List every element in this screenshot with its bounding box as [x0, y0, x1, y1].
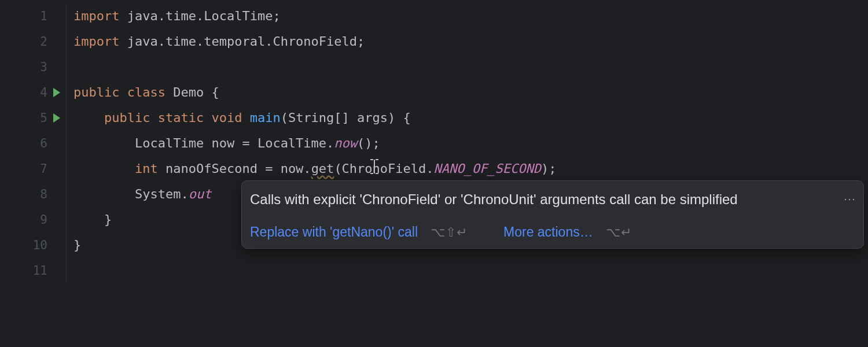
gutter-row: 3	[0, 54, 66, 80]
line-number: 4	[24, 80, 47, 105]
popup-header: Calls with explicit 'ChronoField' or 'Ch…	[250, 190, 852, 208]
gutter-row: 4	[0, 80, 66, 105]
more-options-icon[interactable]: ⋮	[848, 194, 852, 205]
gutter-row: 10	[0, 232, 66, 258]
line-number: 8	[24, 182, 47, 207]
quickfix-action[interactable]: Replace with 'getNano()' call	[250, 224, 418, 240]
code-line[interactable]: public static void main(String[] args) {	[73, 105, 868, 131]
shortcut-hint: ⌥⇧↵	[431, 225, 468, 240]
code-line[interactable]: import java.time.temporal.ChronoField;	[73, 29, 868, 54]
shortcut-hint: ⌥↵	[606, 225, 632, 240]
gutter: 1 2 3 4 5 6 7 8 9 10 11	[0, 3, 67, 283]
inspection-message: Calls with explicit 'ChronoField' or 'Ch…	[250, 190, 738, 208]
gutter-row: 1	[0, 3, 66, 29]
code-line[interactable]: import java.time.LocalTime;	[73, 3, 868, 29]
more-actions-link[interactable]: More actions…	[503, 224, 593, 240]
gutter-row: 9	[0, 207, 66, 232]
code-line[interactable]	[73, 258, 868, 283]
run-icon[interactable]	[53, 88, 60, 97]
line-number: 7	[24, 156, 47, 182]
line-number: 1	[24, 3, 47, 29]
gutter-row: 2	[0, 29, 66, 54]
gutter-row: 7	[0, 156, 66, 182]
line-number: 2	[24, 29, 47, 54]
gutter-row: 5	[0, 105, 66, 131]
run-icon[interactable]	[53, 113, 60, 123]
line-number: 5	[24, 105, 47, 131]
gutter-row: 8	[0, 182, 66, 207]
line-number: 11	[24, 258, 47, 283]
popup-actions: Replace with 'getNano()' call ⌥⇧↵ More a…	[250, 224, 852, 240]
line-number: 9	[24, 207, 47, 232]
inspection-warning[interactable]: get	[311, 161, 334, 176]
code-line[interactable]: public class Demo {	[73, 80, 868, 105]
line-number: 3	[24, 54, 47, 80]
line-number: 6	[24, 131, 47, 156]
gutter-row: 6	[0, 131, 66, 156]
gutter-row: 11	[0, 258, 66, 283]
code-line[interactable]: int nanoOfSecond = now.get(ChronoField.N…	[73, 156, 868, 182]
code-line[interactable]: LocalTime now = LocalTime.now();	[73, 131, 868, 156]
line-number: 10	[24, 232, 47, 258]
code-line[interactable]	[73, 54, 868, 80]
intention-popup: Calls with explicit 'ChronoField' or 'Ch…	[241, 180, 864, 249]
